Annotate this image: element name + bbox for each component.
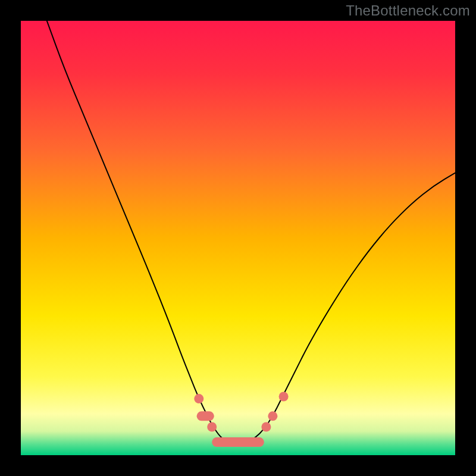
curve-marker — [279, 392, 289, 402]
curve-marker — [261, 422, 271, 432]
curve-marker — [194, 394, 203, 403]
curve-marker — [207, 422, 217, 432]
curve-marker — [212, 437, 264, 447]
chart-frame: TheBottleneck.com — [0, 0, 476, 476]
plot-area — [21, 21, 455, 455]
gradient-bg — [21, 21, 455, 455]
plot-svg — [21, 21, 455, 455]
curve-marker — [197, 411, 214, 421]
watermark-text: TheBottleneck.com — [346, 2, 470, 19]
curve-marker — [268, 411, 277, 421]
